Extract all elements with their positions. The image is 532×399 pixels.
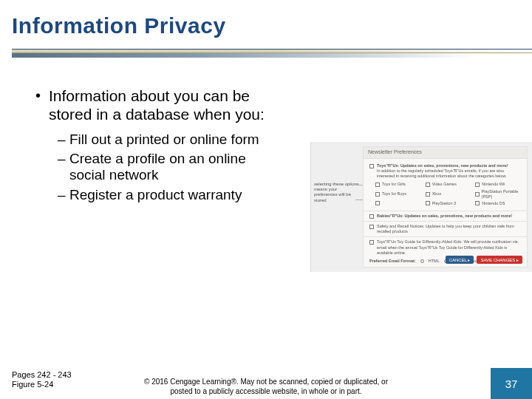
title-underline (12, 44, 532, 61)
panel-footer: CANCEL ▸ SAVE CHANGES ▸ (446, 256, 522, 264)
footnote-figure: Figure 5-24 (12, 380, 72, 390)
sub-bullet: Create a profile on an online social net… (58, 151, 279, 184)
checkbox-item: Nintendo Wii (475, 182, 521, 187)
checkbox-icon (369, 164, 374, 168)
fig-intro-text: In addition to the regularly scheduled T… (377, 168, 521, 179)
panel-body: Toys"R"Us: Updates on sales, promotions,… (364, 159, 527, 268)
sub-bullet: Fill out a printed or online form (58, 132, 279, 148)
category-grid: Toys for Girls Video Games Nintendo Wii … (375, 182, 521, 206)
checkbox-icon (426, 183, 430, 187)
radio-icon (420, 259, 424, 263)
figure-panel: Newsletter Preferences Toys"R"Us: Update… (363, 146, 528, 267)
fig-section: Safety and Recall Notices: Updates to he… (377, 224, 521, 234)
checkbox-item: PlayStation Portable (PSP) (475, 189, 521, 200)
checkbox-item: Toys for Boys (375, 189, 421, 200)
checkbox-icon (375, 192, 380, 197)
fig-intro-bold: Toys"R"Us: Updates on sales, promotions,… (377, 163, 508, 168)
checkbox-item: Nintendo DS (475, 201, 521, 206)
title-area: Information Privacy (0, 0, 532, 61)
slide-title: Information Privacy (12, 13, 532, 38)
checkbox-item: PlayStation 3 (426, 201, 471, 206)
sub-bullet: Register a product warranty (58, 187, 279, 203)
separator (364, 211, 527, 211)
checkbox-item: Toys for Girls (375, 182, 421, 187)
checkbox-icon (475, 201, 480, 205)
sub-bullet-list: Fill out a printed or online form Create… (35, 132, 279, 204)
panel-header: Newsletter Preferences (364, 147, 527, 159)
main-bullet: Information about you can be stored in a… (35, 87, 279, 124)
figure-screenshot: selecting these options means your prefe… (310, 142, 532, 272)
cancel-button: CANCEL ▸ (446, 256, 474, 264)
body-content: Information about you can be stored in a… (35, 87, 279, 206)
save-button: SAVE CHANGES ▸ (477, 256, 522, 264)
checkbox-icon (426, 201, 430, 205)
checkbox-item: Xbox (426, 189, 471, 200)
checkbox-icon (369, 214, 374, 219)
copyright-text: © 2016 Cengage Learning®. May not be sca… (140, 378, 392, 396)
page-number-badge: 37 (491, 368, 532, 399)
figure-annotation: selecting these options means your prefe… (314, 182, 360, 203)
checkbox-item: Video Games (426, 182, 471, 187)
fig-section: Toys"R"Us Toy Guide for Differently-Able… (377, 239, 521, 255)
checkbox-icon (369, 240, 374, 245)
separator (364, 236, 527, 237)
slide: Information Privacy Information about yo… (0, 0, 532, 399)
checkbox-icon (375, 201, 380, 205)
format-label: Preferred Email Format: (369, 259, 416, 264)
checkbox-icon (475, 192, 479, 197)
checkbox-icon (375, 183, 380, 187)
checkbox-icon (475, 183, 480, 187)
footnote-pages: Pages 242 - 243 (12, 370, 72, 381)
separator (364, 221, 527, 222)
fig-section: Babies"R"Us: Updates on sales, promotion… (377, 214, 512, 219)
footnote: Pages 242 - 243 Figure 5-24 (12, 370, 72, 391)
checkbox-icon (426, 192, 430, 197)
checkbox-item (375, 201, 421, 206)
checkbox-icon (369, 225, 374, 229)
